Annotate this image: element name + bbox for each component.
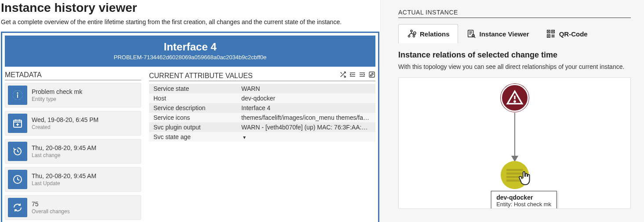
instance-history-panel: Interface 4 PROBLEM-7134462d6028069a0596…: [1, 32, 379, 222]
attr-key: Service state: [149, 84, 237, 93]
clock-icon: [8, 170, 27, 189]
svg-rect-35: [552, 31, 553, 32]
metadata-value: Wed, 19-08-20, 6:45 PM: [32, 116, 98, 123]
refresh-icon: [8, 198, 27, 217]
outdent-icon[interactable]: [349, 71, 356, 80]
metadata-label: Overall changes: [32, 208, 70, 215]
qr-code-icon: [546, 29, 556, 39]
svg-rect-41: [553, 36, 554, 38]
metadata-value: Problem check mk: [32, 88, 82, 95]
attr-value: WARN: [237, 84, 375, 93]
table-row: Service state WARN: [149, 84, 375, 93]
svg-line-13: [341, 72, 342, 74]
metadata-header: METADATA: [5, 71, 141, 80]
warning-icon: [506, 89, 524, 107]
chevron-down-icon[interactable]: [241, 133, 246, 140]
attr-key: Service icons: [149, 113, 237, 122]
calendar-icon: [8, 114, 27, 133]
actual-instance-header: ACTUAL INSTANCE: [398, 9, 631, 18]
instance-id: PROBLEM-7134462d6028069a059668a0ac2034b9…: [9, 54, 371, 61]
svg-line-31: [474, 37, 475, 38]
metadata-value: Thu, 20-08-20, 9:45 AM: [32, 172, 96, 179]
tab-label: Relations: [420, 30, 450, 38]
attr-value-dropdown[interactable]: [237, 132, 375, 142]
metadata-label: Entity type: [32, 96, 82, 102]
svg-rect-26: [468, 30, 473, 37]
metadata-last-update: Thu, 20-08-20, 9:45 AM Last Update: [5, 167, 141, 192]
metadata-label: Last change: [32, 152, 96, 158]
tab-label: Instance Viewer: [480, 30, 529, 38]
attr-value-link[interactable]: WARN - [veth4b070fe] (up) MAC: 76:3F:AA:…: [237, 122, 375, 132]
attr-value: themes/facelift/images/icon_menu themes/…: [237, 113, 375, 122]
table-row: Host dev-qdocker: [149, 93, 375, 103]
table-row[interactable]: Svc state age: [149, 132, 375, 142]
svg-point-22: [413, 35, 415, 37]
attr-key: Svc state age: [149, 132, 237, 142]
instance-banner: Interface 4 PROBLEM-7134462d6028069a0596…: [5, 36, 375, 67]
indent-icon[interactable]: [359, 71, 366, 80]
instance-title: Interface 4: [9, 41, 371, 53]
edit-icon[interactable]: [368, 71, 375, 80]
attr-value: Interface 4: [237, 103, 375, 113]
table-row: Service icons themes/facelift/images/ico…: [149, 113, 375, 122]
attr-key-link[interactable]: Svc plugin output: [149, 122, 237, 132]
page-title: Instance history viewer: [1, 1, 379, 15]
tab-bar: Relations Instance Viewer QR-Code: [398, 24, 631, 43]
svg-point-21: [408, 35, 410, 37]
tab-label: QR-Code: [559, 30, 588, 38]
page-description: Get a complete overview of the entire li…: [1, 18, 379, 25]
info-icon: [8, 86, 27, 105]
relations-icon: [407, 29, 416, 39]
svg-rect-37: [548, 36, 549, 37]
attr-key: Host: [149, 93, 237, 103]
topology-view[interactable]: dev-qdocker Entity: Host check mk: [398, 77, 631, 209]
svg-point-23: [411, 30, 412, 32]
cursor-hand-icon: [517, 170, 532, 186]
svg-rect-39: [553, 35, 554, 36]
metadata-label: Last Update: [32, 180, 96, 186]
topology-tooltip: dev-qdocker Entity: Host check mk: [491, 191, 557, 209]
attr-key: Service description: [149, 103, 237, 113]
tooltip-subtitle: Entity: Host check mk: [496, 201, 551, 208]
svg-point-3: [17, 92, 18, 93]
history-icon: [8, 142, 27, 161]
relations-description: With this topology view you can see all …: [398, 63, 631, 70]
svg-rect-33: [548, 31, 549, 32]
metadata-value: Thu, 20-08-20, 9:45 AM: [32, 144, 96, 151]
metadata-overall-changes: 75 Overall changes: [5, 195, 141, 220]
table-row[interactable]: Svc plugin output WARN - [veth4b070fe] (…: [149, 122, 375, 132]
metadata-value: 75: [32, 201, 70, 208]
svg-rect-20: [369, 72, 375, 77]
svg-rect-38: [551, 35, 553, 36]
svg-rect-40: [551, 36, 553, 38]
tab-instance-viewer[interactable]: Instance Viewer: [458, 24, 538, 43]
document-search-icon: [466, 29, 476, 39]
attributes-header: CURRENT ATTRIBUTE VALUES: [149, 71, 375, 81]
svg-point-24: [414, 32, 416, 34]
attributes-table: Service state WARN Host dev-qdocker Serv…: [149, 84, 375, 142]
svg-point-43: [514, 100, 516, 102]
metadata-last-change: Thu, 20-08-20, 9:45 AM Last change: [5, 139, 141, 164]
topology-node-problem[interactable]: [501, 84, 529, 112]
metadata-label: Created: [32, 124, 98, 130]
tab-relations[interactable]: Relations: [398, 24, 458, 43]
svg-rect-2: [17, 94, 18, 98]
relations-title: Instance relations of selected change ti…: [398, 50, 631, 60]
tooltip-title: dev-qdocker: [496, 194, 551, 201]
tab-qr-code[interactable]: QR-Code: [538, 24, 596, 43]
metadata-entity-type: Problem check mk Entity type: [5, 83, 141, 107]
topology-edge: [514, 113, 515, 157]
table-row: Service description Interface 4: [149, 103, 375, 113]
metadata-created: Wed, 19-08-20, 6:45 PM Created: [5, 111, 141, 136]
attr-value: dev-qdocker: [237, 93, 375, 103]
shuffle-icon[interactable]: [339, 71, 346, 80]
